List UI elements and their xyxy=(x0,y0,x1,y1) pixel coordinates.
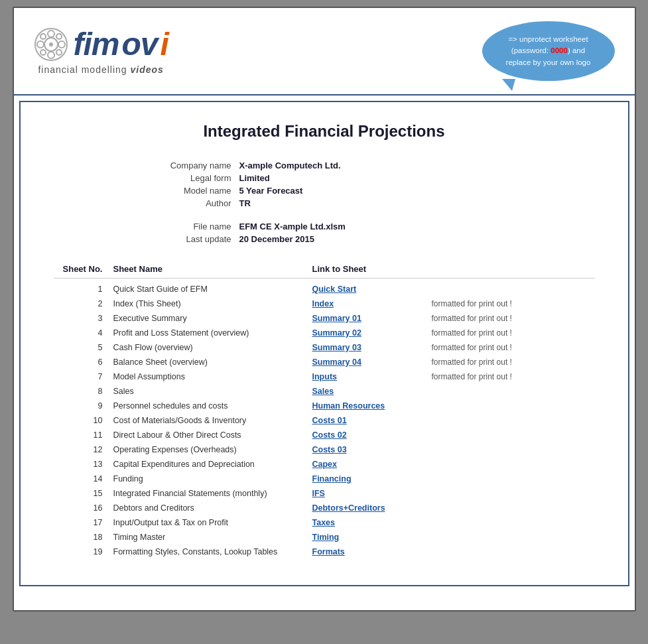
row-number: 1 xyxy=(54,285,113,294)
row-link[interactable]: Costs 02 xyxy=(312,428,432,440)
table-row: 17Input/Output tax & Tax on ProfitTaxes xyxy=(54,515,595,529)
row-sheet-name: Formatting Styles, Constants, Lookup Tab… xyxy=(113,547,312,556)
header-section: fimovi financial modelling videos => unp… xyxy=(14,8,635,96)
row-link[interactable]: Costs 03 xyxy=(312,443,432,455)
row-sheet-name: Cost of Materials/Goods & Inventory xyxy=(113,416,312,425)
row-sheet-name: Integrated Financial Statements (monthly… xyxy=(113,489,312,498)
table-row: 7Model AssumptionsInputsformatted for pr… xyxy=(54,369,595,383)
main-frame: fimovi financial modelling videos => unp… xyxy=(13,7,636,612)
info-row-model: Model name 5 Year Forecast xyxy=(153,186,595,196)
company-value: X-ample Computech Ltd. xyxy=(239,161,341,170)
row-link[interactable]: Quick Start xyxy=(312,283,432,294)
row-link[interactable]: Timing xyxy=(312,531,432,543)
table-row: 19Formatting Styles, Constants, Lookup T… xyxy=(54,544,595,558)
author-label: Author xyxy=(153,198,239,208)
row-number: 18 xyxy=(54,533,113,542)
row-number: 17 xyxy=(54,518,113,527)
info-row-filename: File name EFM CE X-ample Ltd.xlsm xyxy=(153,222,595,231)
svg-point-4 xyxy=(48,52,54,58)
table-row: 16Debtors and CreditorsDebtors+Creditors xyxy=(54,500,595,515)
row-note: formatted for print out ! xyxy=(432,357,595,367)
row-sheet-name: Capital Expenditures and Depreciation xyxy=(113,460,312,469)
model-label: Model name xyxy=(153,186,239,196)
svg-point-7 xyxy=(40,34,46,39)
table-row: 1Quick Start Guide of EFMQuick Start xyxy=(54,281,595,296)
row-note: formatted for print out ! xyxy=(432,328,595,338)
row-link[interactable]: Index xyxy=(312,297,432,309)
info-row-legal: Legal form Limited xyxy=(153,173,595,183)
row-sheet-name: Operating Expenses (Overheads) xyxy=(113,445,312,454)
row-note: formatted for print out ! xyxy=(432,343,595,352)
col-header-no: Sheet No. xyxy=(54,264,113,274)
row-number: 12 xyxy=(54,445,113,454)
password-text: 0000 xyxy=(551,46,568,54)
row-number: 3 xyxy=(54,314,113,323)
table-row: 11Direct Labour & Other Direct CostsCost… xyxy=(54,427,595,442)
row-link[interactable]: Formats xyxy=(312,545,432,557)
table-row: 18Timing MasterTiming xyxy=(54,529,595,544)
row-number: 8 xyxy=(54,387,113,396)
row-number: 2 xyxy=(54,299,113,308)
row-number: 5 xyxy=(54,343,113,352)
row-note: formatted for print out ! xyxy=(432,372,595,381)
company-label: Company name xyxy=(153,161,239,170)
row-link[interactable]: Taxes xyxy=(312,516,432,528)
row-number: 7 xyxy=(54,372,113,381)
row-number: 11 xyxy=(54,430,113,440)
table-row: 12Operating Expenses (Overheads)Costs 03 xyxy=(54,442,595,456)
row-link[interactable]: Summary 02 xyxy=(312,326,432,338)
svg-point-5 xyxy=(37,41,44,48)
row-sheet-name: Balance Sheet (overview) xyxy=(113,357,312,367)
table-row: 15Integrated Financial Statements (month… xyxy=(54,485,595,500)
svg-point-8 xyxy=(56,50,62,55)
row-sheet-name: Debtors and Creditors xyxy=(113,503,312,513)
row-link[interactable]: Sales xyxy=(312,385,432,397)
row-link[interactable]: Capex xyxy=(312,458,432,470)
table-row: 8SalesSales xyxy=(54,383,595,398)
row-link[interactable]: Summary 04 xyxy=(312,355,432,367)
row-number: 10 xyxy=(54,416,113,425)
row-link[interactable]: Financing xyxy=(312,472,432,484)
legal-value: Limited xyxy=(239,173,270,183)
info-row-lastupdate: Last update 20 December 2015 xyxy=(153,234,595,244)
row-number: 14 xyxy=(54,474,113,483)
main-content: Integrated Financial Projections Company… xyxy=(19,101,629,586)
row-sheet-name: Funding xyxy=(113,474,312,483)
svg-point-2 xyxy=(49,42,53,46)
row-link[interactable]: Costs 01 xyxy=(312,414,432,426)
table-row: 4Profit and Loss Statement (overview)Sum… xyxy=(54,325,595,340)
legal-label: Legal form xyxy=(153,173,239,183)
filename-label: File name xyxy=(153,222,239,231)
row-number: 6 xyxy=(54,357,113,367)
row-sheet-name: Model Assumptions xyxy=(113,372,312,381)
row-number: 19 xyxy=(54,547,113,556)
row-number: 9 xyxy=(54,401,113,411)
row-link[interactable]: Human Resources xyxy=(312,399,432,411)
sheet-rows-container: 1Quick Start Guide of EFMQuick Start2Ind… xyxy=(54,281,595,558)
svg-point-6 xyxy=(58,41,65,48)
torn-edge-svg xyxy=(14,592,635,610)
row-number: 4 xyxy=(54,328,113,338)
row-link[interactable]: Inputs xyxy=(312,370,432,382)
table-row: 10Cost of Materials/Goods & InventoryCos… xyxy=(54,413,595,427)
row-sheet-name: Profit and Loss Statement (overview) xyxy=(113,328,312,338)
logo-brand: fimovi xyxy=(34,27,168,62)
row-link[interactable]: IFS xyxy=(312,487,432,499)
row-link[interactable]: Summary 03 xyxy=(312,341,432,353)
filename-value: EFM CE X-ample Ltd.xlsm xyxy=(239,222,346,231)
table-row: 5Cash Flow (overview)Summary 03formatted… xyxy=(54,340,595,354)
lastupdate-label: Last update xyxy=(153,234,239,244)
torn-edge-decoration xyxy=(14,592,635,610)
svg-point-10 xyxy=(40,50,46,55)
row-link[interactable]: Summary 01 xyxy=(312,312,432,324)
logo-area: fimovi financial modelling videos xyxy=(34,27,168,75)
logo-tagline: financial modelling videos xyxy=(38,64,163,75)
row-sheet-name: Sales xyxy=(113,387,312,396)
table-row: 9Personnel schedules and costsHuman Reso… xyxy=(54,398,595,413)
row-note: formatted for print out ! xyxy=(432,299,595,308)
table-row: 6Balance Sheet (overview)Summary 04forma… xyxy=(54,354,595,369)
row-link[interactable]: Debtors+Creditors xyxy=(312,501,432,513)
row-sheet-name: Index (This Sheet) xyxy=(113,299,312,308)
author-value: TR xyxy=(239,198,251,208)
speech-bubble: => unprotect worksheet (password: 0000) … xyxy=(482,21,615,81)
